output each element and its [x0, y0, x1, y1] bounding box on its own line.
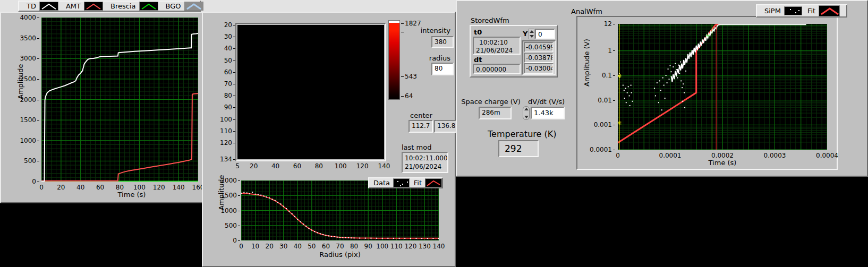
analwfm-legend: SiPM Fit — [756, 4, 847, 18]
image-y-axis: 2030405060708090100110120134 — [213, 25, 235, 159]
lastmod-label: last mod — [402, 143, 431, 151]
y-index-down-icon[interactable] — [530, 35, 534, 38]
legend-data-label[interactable]: Data — [373, 179, 390, 187]
lastmod-date: 21/06/2024 — [405, 162, 445, 171]
t0-label: t0 — [474, 28, 482, 36]
dt-label: dt — [474, 56, 482, 64]
y-index-up-icon[interactable] — [530, 30, 534, 33]
storedwfm-title: StoredWfm — [471, 16, 509, 24]
legend-amt-swatch[interactable] — [84, 2, 103, 11]
t0-time: 10:02:10 — [476, 39, 517, 47]
legend-analfit-swatch[interactable] — [819, 5, 840, 16]
analwfm-plot — [618, 24, 827, 150]
dvdt-up-icon[interactable] — [524, 108, 529, 110]
center-y-value: 136.8 — [434, 120, 458, 133]
colorbar-min-label: 64 — [405, 92, 413, 100]
legend-td-swatch[interactable] — [39, 2, 58, 11]
dvdt-down-icon[interactable] — [524, 116, 529, 118]
y-index-input[interactable]: 0 — [535, 29, 555, 39]
space-charge-label: Space charge (V) — [461, 98, 521, 106]
radial-chart-plot — [241, 180, 439, 240]
radius-input[interactable]: 80 — [431, 63, 454, 75]
radial-x-label: Radius (pix) — [313, 251, 367, 259]
colorbar-tick-min — [401, 96, 404, 97]
analwfm-x-label: Time (s) — [696, 159, 749, 167]
intensity-image — [237, 25, 384, 159]
temperature-label: Temperature (K) — [488, 129, 556, 139]
radius-label: radius — [404, 54, 450, 62]
dvdt-label: dV/dt (V/s) — [528, 98, 577, 106]
intensity-colorbar — [388, 20, 400, 100]
t0-value: 10:02:10 21/06/2024 — [473, 37, 521, 55]
lastmod-time: 10:02:11.000 — [405, 154, 445, 162]
t0-date: 21/06/2024 — [476, 47, 517, 55]
radial-chart-legend: Data Fit — [368, 177, 443, 188]
intensity-value: 380 — [431, 36, 454, 48]
y-array-value-1: -0.038786 — [524, 53, 554, 63]
legend-data-swatch[interactable] — [393, 178, 410, 187]
td-chart-y-axis: 05001000150020002500300035004000 — [15, 18, 39, 182]
y-index-spinner[interactable] — [529, 29, 534, 39]
colorbar-mid-label: 543 — [405, 73, 417, 80]
colorbar-max-label: 1827 — [405, 20, 421, 27]
lastmod-value: 10:02:11.000 21/06/2024 — [402, 152, 448, 173]
space-charge-value: 286m — [479, 107, 512, 119]
legend-fit-swatch[interactable] — [425, 178, 442, 187]
y-array-value-2: -0.030043 — [524, 63, 554, 74]
labview-front-panel: TD AMT Brescia BGO 050010001500200025003… — [0, 0, 868, 267]
legend-fit-label[interactable]: Fit — [414, 179, 422, 187]
analwfm-x-axis: 00.00010.00020.00030.0004 — [618, 152, 828, 159]
y-array-label: Y — [523, 30, 527, 38]
legend-sipm-swatch[interactable] — [784, 6, 802, 15]
center-x-value: 112.7 — [409, 120, 433, 133]
legend-brescia-swatch[interactable] — [139, 2, 158, 11]
center-label: center — [410, 111, 432, 119]
td-chart-legend: TD AMT Brescia BGO — [18, 1, 201, 12]
colorbar-tick-mid — [401, 76, 404, 77]
dvdt-input[interactable]: 1.43k — [531, 107, 565, 119]
colorbar-tick-max — [401, 23, 404, 24]
intensity-label: intensity — [404, 27, 450, 35]
legend-bgo-swatch[interactable] — [184, 2, 203, 11]
y-array-value-0: -0.045993 — [524, 42, 554, 53]
analwfm-y-axis: 1210.10.010.0010.0001 — [590, 24, 615, 150]
td-chart-x-axis: 020406080100120140160 — [41, 184, 199, 191]
legend-brescia-label[interactable]: Brescia — [110, 2, 135, 10]
temperature-value: 292 — [498, 140, 539, 157]
analwfm-title: AnalWfm — [571, 7, 602, 15]
dt-value: 0.000000 — [473, 64, 521, 74]
image-x-axis: 520406080100120140 — [237, 162, 385, 170]
radial-x-axis: 0102030405060708090100110120130140 — [241, 243, 439, 250]
dvdt-spinner[interactable] — [523, 106, 530, 120]
legend-sipm-label[interactable]: SiPM — [764, 7, 781, 15]
td-chart-x-label: Time (s) — [105, 191, 158, 199]
legend-amt-label[interactable]: AMT — [66, 2, 81, 10]
legend-bgo-label[interactable]: BGO — [166, 2, 181, 10]
legend-analfit-label[interactable]: Fit — [807, 7, 815, 15]
td-chart-plot — [41, 18, 198, 182]
legend-td-label[interactable]: TD — [27, 2, 36, 10]
